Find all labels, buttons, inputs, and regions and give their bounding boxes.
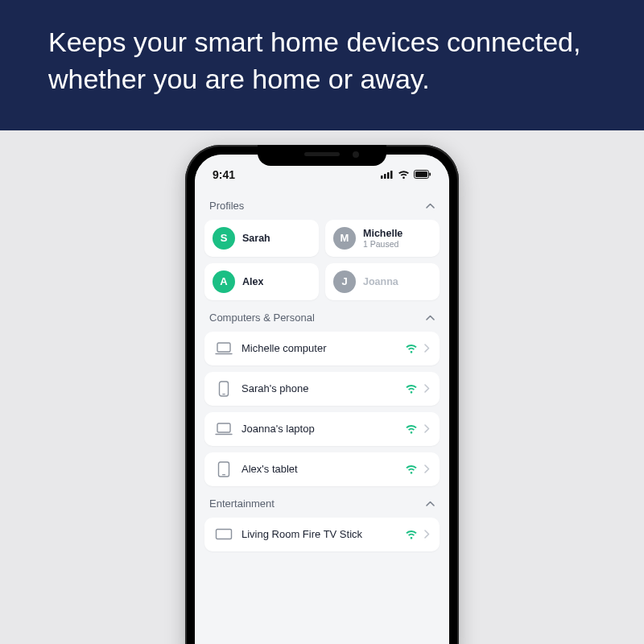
section-header-computers[interactable]: Computers & Personal: [204, 300, 440, 332]
avatar: S: [213, 227, 235, 250]
chevron-right-icon: [424, 384, 430, 393]
battery-icon: [414, 170, 431, 179]
phone-icon: [214, 382, 233, 396]
device-name: Michelle computer: [242, 342, 397, 354]
svg-rect-2: [387, 172, 390, 179]
profile-text: Joanna: [363, 276, 398, 287]
section-label: Computers & Personal: [209, 312, 315, 324]
profile-card[interactable]: MMichelle1 Paused: [325, 220, 440, 257]
chevron-right-icon: [424, 530, 430, 539]
laptop-icon: [214, 422, 233, 436]
profile-name: Michelle: [363, 228, 402, 239]
profile-name: Joanna: [363, 276, 398, 287]
device-row[interactable]: Alex's tablet: [204, 452, 440, 486]
profile-text: Alex: [242, 276, 263, 287]
profile-card[interactable]: JJoanna: [325, 263, 440, 300]
profile-name: Sarah: [242, 233, 270, 244]
profile-status: 1 Paused: [363, 239, 402, 249]
devices-entertainment-list: Living Room Fire TV Stick: [204, 518, 440, 551]
chevron-right-icon: [424, 424, 430, 433]
phone-frame: 9:41 Profiles: [185, 145, 459, 644]
laptop-icon: [214, 341, 233, 356]
chevron-right-icon: [424, 344, 430, 353]
chevron-up-icon: [426, 315, 435, 320]
avatar: M: [333, 227, 356, 250]
hero-banner: Keeps your smart home devices connected,…: [0, 0, 644, 130]
section-header-entertainment[interactable]: Entertainment: [204, 486, 440, 518]
profile-name: Alex: [242, 276, 263, 287]
svg-rect-3: [390, 171, 393, 179]
status-time: 9:41: [213, 168, 235, 181]
device-row[interactable]: Joanna's laptop: [204, 412, 440, 446]
device-row[interactable]: Michelle computer: [204, 332, 440, 365]
device-name: Joanna's laptop: [242, 423, 397, 435]
hero-headline: Keeps your smart home devices connected,…: [48, 24, 596, 98]
device-name: Living Room Fire TV Stick: [242, 528, 397, 540]
svg-rect-1: [384, 174, 386, 179]
chevron-up-icon: [426, 501, 435, 506]
wifi-icon: [405, 530, 418, 539]
phone-screen: 9:41 Profiles: [195, 155, 449, 644]
profiles-grid: SSarahMMichelle1 PausedAAlexJJoanna: [204, 220, 440, 300]
device-row[interactable]: Living Room Fire TV Stick: [204, 518, 440, 551]
svg-rect-12: [222, 474, 225, 475]
wifi-icon: [405, 424, 418, 434]
wifi-icon: [405, 384, 418, 394]
svg-rect-7: [217, 343, 230, 352]
app-content: Profiles SSarahMMichelle1 PausedAAlexJJo…: [195, 188, 449, 561]
device-row[interactable]: Sarah's phone: [204, 372, 440, 406]
chevron-right-icon: [424, 464, 430, 473]
device-name: Alex's tablet: [242, 463, 397, 475]
devices-personal-list: Michelle computerSarah's phoneJoanna's l…: [204, 332, 440, 486]
svg-rect-5: [415, 171, 427, 177]
tablet-icon: [214, 462, 233, 477]
section-label: Profiles: [209, 200, 244, 212]
svg-rect-10: [217, 423, 230, 432]
avatar: A: [213, 270, 235, 293]
section-label: Entertainment: [209, 497, 275, 510]
phone-stage: 9:41 Profiles: [0, 130, 644, 644]
device-name: Sarah's phone: [242, 382, 397, 394]
svg-rect-0: [381, 175, 383, 179]
svg-rect-6: [429, 173, 431, 176]
section-header-profiles[interactable]: Profiles: [204, 188, 440, 220]
tv-icon: [214, 527, 233, 542]
svg-rect-13: [217, 529, 232, 539]
chevron-up-icon: [426, 203, 435, 208]
avatar: J: [333, 270, 356, 293]
wifi-icon: [405, 464, 418, 474]
profile-text: Sarah: [242, 233, 270, 244]
profile-text: Michelle1 Paused: [363, 228, 402, 249]
cellular-icon: [381, 170, 394, 179]
profile-card[interactable]: AAlex: [204, 263, 319, 300]
wifi-status-icon: [398, 170, 410, 179]
phone-notch: [258, 145, 386, 166]
wifi-icon: [405, 344, 418, 353]
profile-card[interactable]: SSarah: [204, 220, 319, 257]
svg-rect-9: [222, 394, 225, 394]
